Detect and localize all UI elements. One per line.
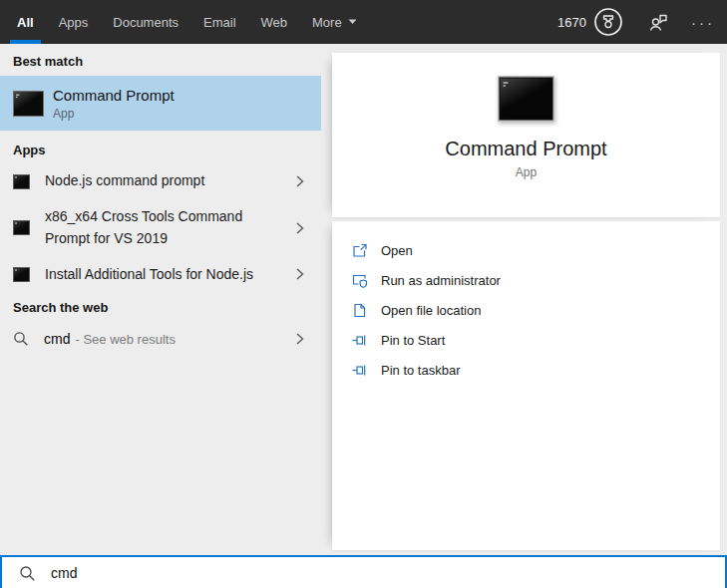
web-result-cmd[interactable]: cmd - See web results: [0, 322, 321, 356]
feedback-icon[interactable]: [647, 11, 669, 33]
command-prompt-app-icon: [13, 91, 44, 117]
tab-more-label: More: [312, 15, 342, 30]
action-run-as-administrator[interactable]: Run as administrator: [351, 265, 720, 295]
action-open-file-location[interactable]: Open file location: [351, 295, 720, 325]
preview-actions-panel: Open Run as administrator Open file loca…: [332, 221, 720, 550]
best-match-header: Best match: [0, 44, 321, 76]
tab-email-label: Email: [203, 15, 236, 30]
tab-more[interactable]: More: [305, 0, 364, 44]
app-result-title: Node.js command prompt: [45, 170, 204, 192]
action-pin-to-start[interactable]: Pin to Start: [351, 325, 720, 355]
terminal-app-icon: [13, 174, 30, 189]
terminal-app-icon: [13, 267, 30, 282]
taskbar-search-box[interactable]: [0, 555, 727, 588]
more-options-icon[interactable]: ···: [691, 15, 715, 30]
action-label: Open file location: [381, 303, 481, 318]
tab-apps[interactable]: Apps: [52, 0, 96, 44]
chevron-down-icon: [348, 19, 357, 25]
tab-web-label: Web: [261, 15, 288, 30]
chevron-right-icon: [294, 266, 305, 282]
preview-app-title: Command Prompt: [445, 138, 606, 160]
search-results-panel: Best match Command Prompt App Apps: [0, 44, 321, 555]
best-match-result-command-prompt[interactable]: Command Prompt App: [0, 76, 321, 131]
preview-app-type: App: [516, 165, 537, 179]
app-result-install-additional-tools[interactable]: Install Additional Tools for Node.js: [0, 257, 321, 291]
app-result-nodejs-command-prompt[interactable]: Node.js command prompt: [0, 164, 321, 198]
action-label: Pin to taskbar: [381, 363, 461, 378]
action-pin-to-taskbar[interactable]: Pin to taskbar: [351, 355, 720, 385]
rewards-medal-icon: [593, 7, 623, 37]
filter-tabs: All Apps Documents Email Web More: [10, 0, 375, 44]
best-match-title: Command Prompt: [53, 87, 175, 104]
app-result-title: Install Additional Tools for Node.js: [45, 264, 253, 286]
web-result-suffix: - See web results: [75, 332, 175, 347]
best-match-subtitle: App: [53, 107, 175, 121]
chevron-right-icon: [294, 173, 305, 189]
tab-documents[interactable]: Documents: [106, 0, 185, 44]
search-icon: [13, 331, 29, 347]
preview-panel-header: Command Prompt App: [332, 53, 720, 217]
tab-web[interactable]: Web: [254, 0, 295, 44]
app-result-x86-x64-cross-tools[interactable]: x86_x64 Cross Tools Command Prompt for V…: [0, 198, 321, 257]
chevron-right-icon: [294, 220, 305, 236]
action-label: Pin to Start: [381, 333, 445, 348]
admin-shield-icon: [351, 272, 368, 289]
terminal-app-icon: [13, 220, 30, 235]
search-icon: [19, 565, 36, 582]
action-open[interactable]: Open: [351, 235, 720, 265]
web-result-query: cmd: [44, 331, 70, 347]
pin-icon: [351, 362, 368, 379]
tab-apps-label: Apps: [59, 15, 89, 30]
topbar-right-cluster: 1670 ···: [557, 0, 727, 44]
search-input[interactable]: [49, 564, 715, 582]
file-location-icon: [351, 302, 368, 319]
action-label: Run as administrator: [381, 273, 501, 288]
best-match-texts: Command Prompt App: [53, 87, 175, 121]
pin-icon: [351, 332, 368, 349]
apps-section-header: Apps: [0, 131, 321, 164]
open-icon: [351, 242, 368, 259]
search-filter-bar: All Apps Documents Email Web More 1670: [0, 0, 727, 44]
chevron-right-icon: [294, 331, 305, 347]
tab-all-label: All: [17, 15, 34, 30]
rewards-button[interactable]: 1670: [557, 7, 623, 37]
search-web-header: Search the web: [0, 291, 321, 322]
tab-documents-label: Documents: [113, 15, 179, 30]
tab-all[interactable]: All: [10, 0, 41, 44]
command-prompt-large-icon: [498, 76, 554, 122]
tab-email[interactable]: Email: [196, 0, 243, 44]
app-result-title: x86_x64 Cross Tools Command Prompt for V…: [45, 206, 272, 249]
rewards-count: 1670: [557, 15, 586, 30]
action-label: Open: [381, 243, 413, 258]
